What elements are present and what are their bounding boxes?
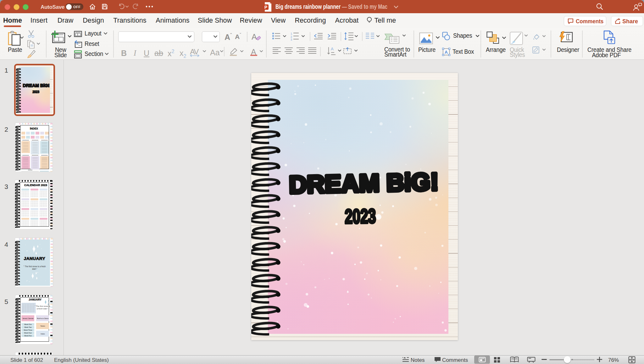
svg-text:A: A <box>445 49 448 55</box>
svg-text:DREAM BiG!: DREAM BiG! <box>23 83 50 88</box>
svg-text:P: P <box>264 5 267 10</box>
svg-text:DREAM BiG!: DREAM BiG! <box>289 168 439 199</box>
svg-text:2023: 2023 <box>345 205 376 228</box>
svg-text:1: 1 <box>291 32 292 35</box>
svg-text:3: 3 <box>291 38 292 41</box>
svg-text:2023: 2023 <box>32 90 39 94</box>
svg-text:A: A <box>331 47 334 51</box>
